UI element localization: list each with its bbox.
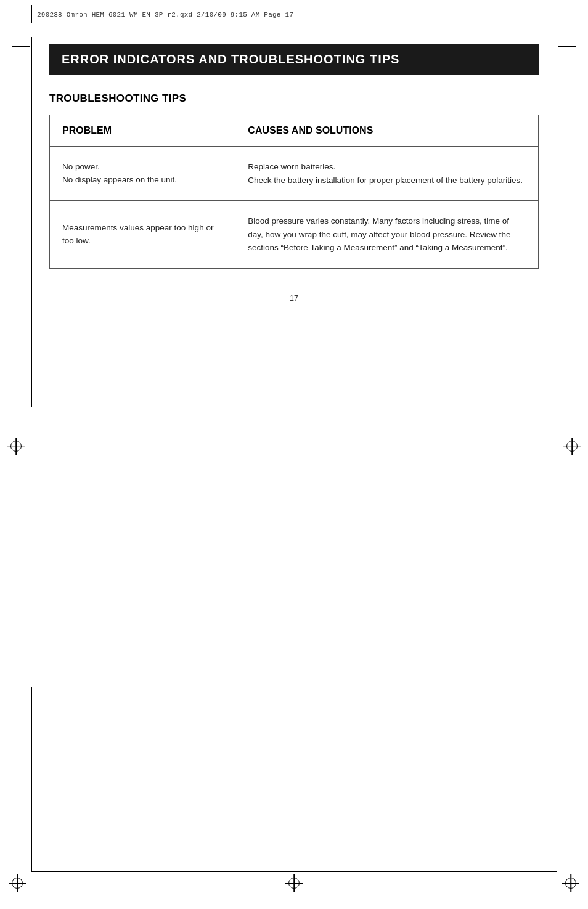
col-causes-header: CAUSES AND SOLUTIONS <box>235 115 539 147</box>
table-header-row: PROBLEM CAUSES AND SOLUTIONS <box>50 115 539 147</box>
top-right-dash <box>558 46 576 47</box>
table-row: Measurements values appear too high or t… <box>50 201 539 269</box>
margin-line-right <box>557 37 558 407</box>
bottom-right-reg-cross <box>562 874 579 892</box>
section-title: TROUBLESHOOTING TIPS <box>49 92 539 105</box>
margin-line-left <box>31 37 32 407</box>
bottom-border-line <box>31 871 557 872</box>
reg-mark-top-left <box>31 5 32 23</box>
margin-line-bottom-left <box>31 687 32 872</box>
page-title: ERROR INDICATORS AND TROUBLESHOOTING TIP… <box>62 52 526 67</box>
reg-mark-top-right <box>557 5 558 23</box>
causes-cell-1: Blood pressure varies constantly. Many f… <box>235 201 539 269</box>
causes-cell-0: Replace worn batteries.Check the battery… <box>235 147 539 201</box>
problem-cell-0: No power.No display appears on the unit. <box>50 147 235 201</box>
file-info: 290238_Omron_HEM-6021-WM_EN_3P_r2.qxd 2/… <box>0 0 588 25</box>
page-number: 17 <box>49 293 539 303</box>
col-problem-header: PROBLEM <box>50 115 235 147</box>
bottom-left-reg-cross <box>9 874 26 892</box>
margin-line-bottom-right <box>557 687 558 872</box>
top-left-dash <box>12 46 30 47</box>
right-reg-cross <box>563 438 581 455</box>
left-reg-cross <box>7 438 25 455</box>
bottom-center-reg-cross <box>285 874 303 892</box>
table-row: No power.No display appears on the unit.… <box>50 147 539 201</box>
main-content: ERROR INDICATORS AND TROUBLESHOOTING TIP… <box>0 25 588 340</box>
page-header-banner: ERROR INDICATORS AND TROUBLESHOOTING TIP… <box>49 44 539 75</box>
problem-cell-1: Measurements values appear too high or t… <box>50 201 235 269</box>
troubleshooting-table: PROBLEM CAUSES AND SOLUTIONS No power.No… <box>49 115 539 269</box>
